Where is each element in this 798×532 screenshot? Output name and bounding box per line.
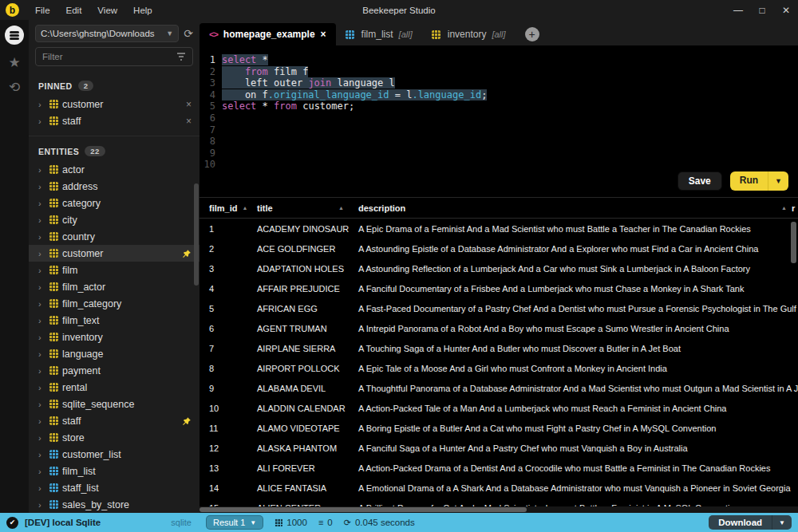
entity-item-film_list[interactable]: ›film_list: [29, 463, 200, 479]
entity-item-country[interactable]: ›country: [29, 228, 200, 245]
chevron-right-icon[interactable]: ›: [38, 266, 45, 275]
table-row[interactable]: 6AGENT TRUMANA Intrepid Panorama of a Ro…: [200, 318, 798, 338]
chevron-right-icon[interactable]: ›: [38, 100, 45, 109]
chevron-right-icon[interactable]: ›: [38, 433, 45, 443]
chevron-right-icon[interactable]: ›: [38, 116, 45, 126]
download-options-caret-icon[interactable]: ▼: [772, 515, 792, 530]
chevron-right-icon[interactable]: ›: [38, 215, 45, 225]
chevron-right-icon[interactable]: ›: [38, 165, 45, 175]
entity-item-city[interactable]: ›city: [29, 211, 200, 228]
entity-item-address[interactable]: ›address: [29, 178, 200, 195]
table-row[interactable]: 13ALI FOREVERA Action-Packed Drama of a …: [200, 458, 798, 478]
maximize-button[interactable]: □: [750, 0, 774, 20]
table-row[interactable]: 3ADAPTATION HOLESA Astounding Reflection…: [200, 258, 798, 278]
chevron-right-icon[interactable]: ›: [38, 182, 45, 191]
chevron-right-icon[interactable]: ›: [38, 282, 45, 292]
vertical-scrollbar[interactable]: [791, 222, 796, 263]
column-header-film-id[interactable]: film_id ▲: [200, 198, 247, 218]
database-select[interactable]: C:\Users\ghstng\Downloads ▼: [35, 25, 179, 42]
tab-film_list[interactable]: film_list[all]: [336, 23, 422, 45]
entity-item-customer[interactable]: ›customer: [29, 245, 200, 262]
new-tab-button[interactable]: +: [525, 27, 539, 41]
sidebar-scrollbar[interactable]: [194, 183, 199, 286]
table-row[interactable]: 5AFRICAN EGGA Fast-Paced Documentary of …: [200, 298, 798, 318]
tab-close-icon[interactable]: ×: [321, 29, 326, 40]
pinned-item-staff[interactable]: ›staff×: [29, 112, 200, 129]
sort-asc-icon[interactable]: ▲: [338, 205, 344, 211]
table-row[interactable]: 10ALADDIN CALENDARA Action-Packed Tale o…: [200, 398, 798, 418]
table-row[interactable]: 4AFFAIR PREJUDICEA Fanciful Documentary …: [200, 278, 798, 298]
horizontal-scrollbar-thumb[interactable]: [200, 507, 527, 512]
chevron-right-icon[interactable]: ›: [38, 333, 45, 342]
table-row[interactable]: 7AIRPLANE SIERRAA Touching Saga of a Hun…: [200, 338, 798, 358]
tab-inventory[interactable]: inventory[all]: [422, 23, 516, 45]
entity-item-film_actor[interactable]: ›film_actor: [29, 278, 200, 295]
entity-item-rental[interactable]: ›rental: [29, 379, 200, 396]
table-row[interactable]: 1ACADEMY DINOSAURA Epic Drama of a Femin…: [200, 219, 798, 238]
entity-item-language[interactable]: ›language: [29, 345, 200, 362]
tab-homepage_example[interactable]: <>homepage_example×: [200, 23, 336, 45]
entity-item-film_category[interactable]: ›film_category: [29, 295, 200, 312]
horizontal-scrollbar-track[interactable]: [200, 506, 798, 513]
column-header-clipped[interactable]: r: [792, 198, 798, 218]
chevron-right-icon[interactable]: ›: [38, 483, 45, 493]
table-row[interactable]: 11ALAMO VIDEOTAPEA Boring Epistle of a B…: [200, 418, 798, 438]
unpin-close-icon[interactable]: ×: [186, 99, 192, 110]
unpin-close-icon[interactable]: ×: [186, 116, 192, 127]
filter-input[interactable]: [42, 52, 176, 61]
chevron-right-icon[interactable]: ›: [38, 366, 45, 376]
chevron-right-icon[interactable]: ›: [38, 467, 45, 476]
entity-item-store[interactable]: ›store: [29, 429, 200, 446]
entity-item-staff_list[interactable]: ›staff_list: [29, 479, 200, 496]
table-row[interactable]: 9ALABAMA DEVILA Thoughtful Panorama of a…: [200, 378, 798, 398]
filter-icon[interactable]: [176, 53, 186, 61]
table-row[interactable]: 12ALASKA PHANTOMA Fanciful Saga of a Hun…: [200, 438, 798, 458]
menu-file[interactable]: File: [27, 2, 58, 18]
chevron-right-icon[interactable]: ›: [38, 199, 45, 208]
pinned-section-header[interactable]: PINNED 2: [29, 73, 200, 96]
download-button[interactable]: Download ▼: [709, 515, 792, 530]
result-selector[interactable]: Result 1 ▼: [206, 515, 263, 530]
run-button-label[interactable]: Run: [730, 171, 768, 191]
minimize-button[interactable]: —: [726, 0, 750, 20]
entity-item-sqlite_sequence[interactable]: ›sqlite_sequence: [29, 396, 200, 412]
chevron-right-icon[interactable]: ›: [38, 299, 45, 309]
menu-view[interactable]: View: [89, 2, 125, 18]
chevron-right-icon[interactable]: ›: [38, 450, 45, 459]
table-row[interactable]: 14ALICE FANTASIAA Emotional Drama of a A…: [200, 478, 798, 498]
table-row[interactable]: 2ACE GOLDFINGERA Astounding Epistle of a…: [200, 238, 798, 258]
entity-item-payment[interactable]: ›payment: [29, 362, 200, 379]
column-header-description[interactable]: description ▲: [349, 198, 792, 218]
sort-asc-icon[interactable]: ▲: [781, 205, 787, 211]
entity-item-film_text[interactable]: ›film_text: [29, 312, 200, 329]
history-icon[interactable]: ⟲: [9, 81, 20, 94]
chevron-right-icon[interactable]: ›: [38, 416, 45, 426]
download-button-label[interactable]: Download: [709, 515, 772, 530]
entity-item-sales_by_store[interactable]: ›sales_by_store: [29, 496, 200, 513]
chevron-right-icon[interactable]: ›: [38, 232, 45, 242]
sql-editor[interactable]: 12345678910 select * from film f left ou…: [200, 45, 798, 197]
chevron-right-icon[interactable]: ›: [38, 316, 45, 325]
pinned-item-customer[interactable]: ›customer×: [29, 96, 200, 112]
chevron-right-icon[interactable]: ›: [38, 400, 45, 409]
connection-status[interactable]: ✔ [DEV] local Sqlite sqlite: [0, 517, 200, 529]
chevron-right-icon[interactable]: ›: [38, 349, 45, 359]
chevron-right-icon[interactable]: ›: [38, 500, 45, 510]
run-options-caret-icon[interactable]: ▼: [768, 171, 788, 191]
entity-item-film[interactable]: ›film: [29, 262, 200, 278]
table-row[interactable]: 8AIRPORT POLLOCKA Epic Tale of a Moose A…: [200, 358, 798, 378]
close-button[interactable]: ✕: [774, 0, 798, 20]
entity-item-category[interactable]: ›category: [29, 195, 200, 211]
menu-help[interactable]: Help: [125, 2, 160, 18]
favorites-star-icon[interactable]: ★: [8, 56, 20, 69]
column-header-title[interactable]: title ▲: [247, 198, 349, 218]
entity-item-customer_list[interactable]: ›customer_list: [29, 446, 200, 463]
entity-item-staff[interactable]: ›staff: [29, 412, 200, 429]
database-tab-icon[interactable]: [5, 26, 24, 45]
refresh-icon[interactable]: ⟳: [184, 27, 193, 40]
menu-edit[interactable]: Edit: [58, 2, 90, 18]
run-button[interactable]: Run ▼: [730, 171, 788, 191]
chevron-right-icon[interactable]: ›: [38, 249, 45, 258]
entity-item-actor[interactable]: ›actor: [29, 161, 200, 178]
entity-item-inventory[interactable]: ›inventory: [29, 329, 200, 345]
